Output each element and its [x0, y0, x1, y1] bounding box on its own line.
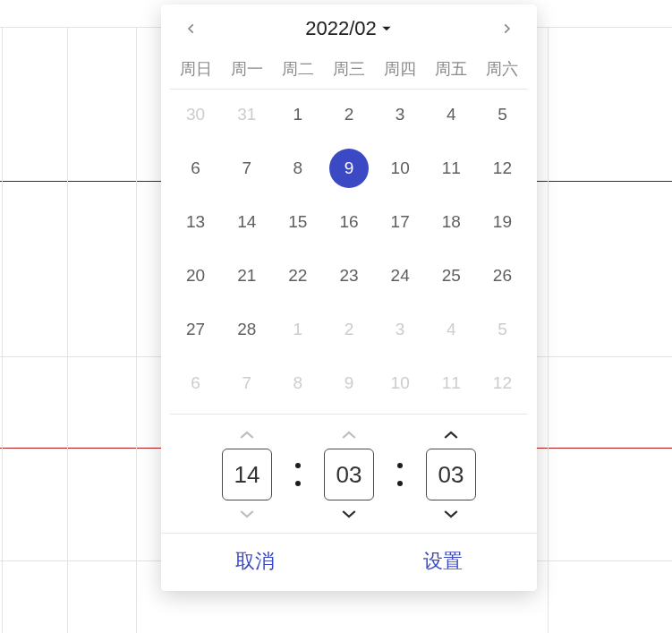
calendar-day[interactable]: 23 — [323, 260, 374, 292]
calendar-day[interactable]: 26 — [477, 260, 528, 292]
calendar-day[interactable]: 12 — [477, 367, 528, 399]
hour-up-button[interactable] — [237, 429, 257, 441]
weekday-label: 周三 — [323, 58, 374, 80]
minute-column: 03 — [324, 429, 374, 520]
hour-column: 14 — [222, 429, 272, 520]
hour-input[interactable]: 14 — [222, 449, 272, 500]
weekday-label: 周一 — [221, 58, 272, 80]
calendar-day[interactable]: 2 — [323, 313, 374, 346]
weekday-label: 周二 — [272, 58, 323, 80]
calendar-day[interactable]: 16 — [323, 206, 374, 238]
date-time-picker: 2022/02 周日周一周二周三周四周五周六 30311234567891011… — [161, 4, 537, 591]
calendar-day[interactable]: 22 — [272, 260, 323, 292]
calendar-header: 2022/02 — [161, 4, 537, 46]
calendar-day[interactable]: 12 — [477, 152, 528, 184]
calendar-day[interactable]: 28 — [221, 313, 272, 346]
calendar-day[interactable]: 20 — [170, 260, 221, 292]
calendar-day[interactable]: 15 — [272, 206, 323, 238]
calendar-day[interactable]: 9 — [323, 367, 374, 399]
calendar-day[interactable]: 4 — [426, 313, 477, 346]
calendar-day[interactable]: 8 — [272, 367, 323, 399]
calendar-day[interactable]: 8 — [272, 152, 323, 184]
calendar-day[interactable]: 3 — [375, 98, 426, 131]
time-colon — [397, 463, 403, 486]
second-up-button[interactable] — [441, 429, 461, 441]
minute-up-button[interactable] — [339, 429, 359, 441]
minute-value: 03 — [336, 461, 362, 489]
second-input[interactable]: 03 — [426, 449, 476, 500]
calendar-day[interactable]: 5 — [477, 98, 528, 131]
month-year-selector[interactable]: 2022/02 — [305, 17, 393, 40]
action-button-row: 取消 设置 — [161, 533, 537, 591]
calendar-day[interactable]: 6 — [170, 367, 221, 399]
calendar-day[interactable]: 31 — [221, 98, 272, 131]
calendar-day[interactable]: 24 — [375, 260, 426, 292]
cancel-button[interactable]: 取消 — [161, 534, 349, 591]
calendar-day[interactable]: 7 — [221, 367, 272, 399]
hour-down-button[interactable] — [237, 508, 257, 520]
calendar-day[interactable]: 1 — [272, 98, 323, 131]
minute-input[interactable]: 03 — [324, 449, 374, 500]
calendar-day[interactable]: 25 — [426, 260, 477, 292]
calendar-day[interactable]: 11 — [426, 152, 477, 184]
calendar-day[interactable]: 19 — [477, 206, 528, 238]
second-value: 03 — [438, 461, 464, 489]
calendar-day[interactable]: 21 — [221, 260, 272, 292]
calendar-day[interactable]: 30 — [170, 98, 221, 131]
weekday-header-row: 周日周一周二周三周四周五周六 — [161, 46, 537, 89]
month-year-label: 2022/02 — [305, 17, 377, 40]
calendar-day[interactable]: 11 — [426, 367, 477, 399]
weekday-label: 周六 — [477, 58, 528, 80]
time-picker-row: 14 03 — [161, 415, 537, 531]
calendar-day[interactable]: 3 — [375, 313, 426, 346]
calendar-day[interactable]: 4 — [426, 98, 477, 131]
calendar-day[interactable]: 13 — [170, 206, 221, 238]
calendar-day[interactable]: 2 — [323, 98, 374, 131]
calendar-day[interactable]: 18 — [426, 206, 477, 238]
calendar-day[interactable]: 14 — [221, 206, 272, 238]
prev-month-button[interactable] — [181, 18, 202, 39]
confirm-button[interactable]: 设置 — [349, 534, 537, 591]
caret-down-icon — [380, 22, 393, 35]
calendar-day[interactable]: 10 — [375, 367, 426, 399]
weekday-label: 周四 — [375, 58, 426, 80]
calendar-day[interactable]: 27 — [170, 313, 221, 346]
calendar-day[interactable]: 5 — [477, 313, 528, 346]
second-down-button[interactable] — [441, 508, 461, 520]
weekday-label: 周日 — [170, 58, 221, 80]
calendar-day[interactable]: 10 — [375, 152, 426, 184]
calendar-day[interactable]: 6 — [170, 152, 221, 184]
calendar-day[interactable]: 17 — [375, 206, 426, 238]
weekday-label: 周五 — [426, 58, 477, 80]
calendar-day[interactable]: 7 — [221, 152, 272, 184]
second-column: 03 — [426, 429, 476, 520]
hour-value: 14 — [234, 461, 260, 489]
minute-down-button[interactable] — [339, 508, 359, 520]
next-month-button[interactable] — [496, 18, 517, 39]
calendar-day[interactable]: 9 — [323, 152, 374, 184]
calendar-day[interactable]: 1 — [272, 313, 323, 346]
calendar-day-grid: 3031123456789101112131415161718192021222… — [161, 90, 537, 405]
time-colon — [295, 463, 301, 486]
